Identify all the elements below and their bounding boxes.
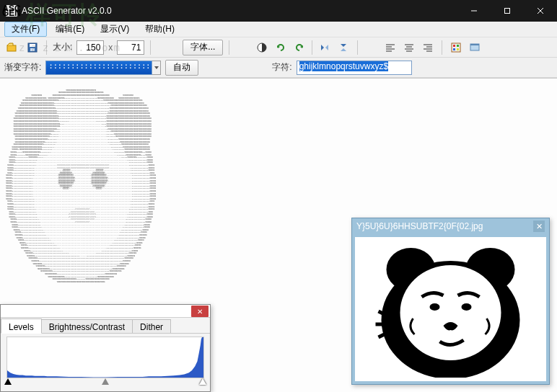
rotate-cw-icon [294,42,305,53]
window-controls [457,0,557,22]
toolbar-ramp: 渐变字符: ::::::::::::::::::::::::: 自动 字符: g… [0,58,557,78]
separator [312,40,312,55]
auto-button-label: 自动 [173,61,190,74]
tab-brightness-contrast[interactable]: Brightness/Contrast [41,319,133,333]
preview-image [355,237,546,381]
svg-rect-27 [470,44,479,45]
toolbar-main: 大小: x 字体... [0,37,557,58]
titlebar: ASCGEN ASCII Generator v2.0.0 [0,0,557,22]
preview-panel[interactable]: Y}5U}6U}6HHSUBTF2{0F{02.jpg ✕ [351,218,550,385]
preview-close-button[interactable]: ✕ [533,220,545,232]
x-separator: x [108,43,113,53]
save-icon [27,42,38,53]
svg-rect-21 [452,43,460,52]
rotate-ccw-button[interactable] [273,40,289,55]
rotate-ccw-icon [275,42,286,53]
separator [150,40,151,55]
align-left-button[interactable] [382,40,398,55]
rotate-cw-button[interactable] [291,40,307,55]
view-icon [469,42,481,53]
chars-input[interactable]: ghijklmnopqrstuvwxyz$ [297,61,412,75]
svg-rect-6 [30,44,35,47]
levels-sliders [6,378,204,388]
color-button[interactable] [448,40,464,55]
svg-rect-1 [505,9,510,14]
levels-panel: ✕ Levels Brightness/Contrast Dither [0,304,211,392]
separator [442,40,442,55]
separator [229,40,229,55]
levels-close-button[interactable]: ✕ [191,306,209,317]
levels-tabs: Levels Brightness/Contrast Dither [1,318,210,334]
flip-v-button[interactable] [335,40,351,55]
size-label: 大小: [53,41,72,53]
align-center-button[interactable] [401,40,417,55]
open-icon [6,42,18,53]
svg-rect-4 [7,45,16,51]
auto-button[interactable]: 自动 [165,60,198,76]
save-button[interactable] [25,40,40,55]
flip-v-icon [338,42,349,53]
ascii-output: %%%%%%%%%%%%%%%%%%%% %%%%%%%%%%%%%%%%%%%… [6,81,171,283]
tab-levels[interactable]: Levels [1,318,42,334]
chars-label: 字符: [272,61,291,74]
width-input[interactable] [76,40,104,55]
chevron-down-icon [154,65,159,71]
align-left-icon [385,42,396,53]
svg-point-33 [462,303,472,311]
white-point-slider[interactable] [199,378,206,385]
canvas-area: %%%%%%%%%%%%%%%%%%%% %%%%%%%%%%%%%%%%%%%… [0,78,557,392]
invert-icon [256,42,268,53]
levels-histogram [6,337,204,378]
menubar: 文件(F) 编辑(E) 显示(V) 帮助(H) [0,22,557,37]
svg-rect-7 [30,48,35,51]
align-right-button[interactable] [420,40,436,55]
separator [46,40,47,55]
font-button-label: 字体... [190,41,215,53]
menu-file[interactable]: 文件(F) [4,22,47,37]
align-right-icon [422,42,434,53]
open-button[interactable] [4,40,20,55]
tab-dither[interactable]: Dither [132,319,171,333]
window-title: ASCII Generator v2.0.0 [22,6,457,16]
preview-header[interactable]: Y}5U}6U}6HHSUBTF2{0F{02.jpg ✕ [352,218,549,234]
svg-point-32 [430,303,440,311]
ramp-combo[interactable]: ::::::::::::::::::::::::: [45,61,152,75]
app-icon: ASCGEN [6,5,17,17]
chars-selection: ghijklmnopqrstuvwxyz$ [299,61,388,71]
menu-view[interactable]: 显示(V) [93,22,136,37]
color-icon [450,42,462,53]
menu-edit[interactable]: 编辑(E) [48,22,92,37]
preview-button[interactable] [467,40,483,55]
maximize-button[interactable] [491,0,524,22]
ramp-label: 渐变字符: [4,61,41,74]
font-button[interactable]: 字体... [183,40,223,55]
black-point-slider[interactable] [4,378,12,385]
svg-rect-24 [453,48,455,50]
align-center-icon [403,42,415,53]
svg-rect-25 [457,48,459,50]
levels-header[interactable]: ✕ [1,305,210,318]
flip-h-icon [319,42,330,53]
close-button[interactable] [524,0,557,22]
svg-rect-23 [457,45,459,47]
panda-image [369,241,532,378]
mid-point-slider[interactable] [102,378,109,385]
height-input[interactable] [117,40,144,55]
flip-h-button[interactable] [317,40,333,55]
menu-help[interactable]: 帮助(H) [138,22,182,37]
separator [357,40,358,55]
ramp-dropdown-button[interactable] [152,61,161,75]
minimize-button[interactable] [457,0,491,22]
svg-rect-22 [453,45,455,47]
invert-button[interactable] [254,40,270,55]
preview-title: Y}5U}6U}6HHSUBTF2{0F{02.jpg [356,221,533,231]
